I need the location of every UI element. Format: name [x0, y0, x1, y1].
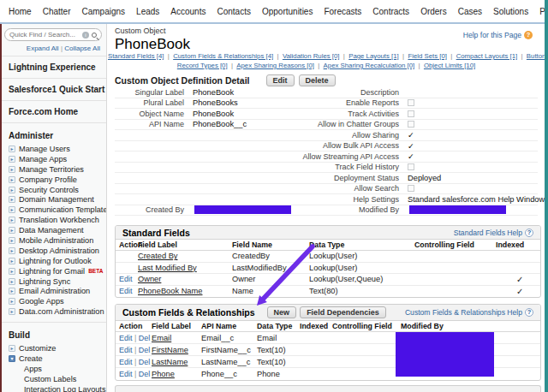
delete-link[interactable]: Del	[133, 346, 151, 354]
nav-tab[interactable]: Home	[9, 7, 32, 16]
sidebar-item[interactable]: Data.com Administration	[0, 306, 106, 317]
expand-toggle-icon[interactable]	[9, 176, 15, 183]
sidebar-item[interactable]: Translation Workbench	[0, 215, 106, 225]
nav-tab[interactable]: Orders	[420, 7, 447, 16]
subnav-link[interactable]: Record Types [0]	[177, 62, 237, 69]
expand-toggle-icon[interactable]	[9, 355, 15, 362]
nav-tab[interactable]: Contracts	[372, 7, 409, 16]
sidebar-item[interactable]: Lightning for Gmail BETA	[0, 266, 106, 276]
help-icon[interactable]	[525, 229, 533, 237]
subnav-link[interactable]: Page Layouts [1]	[348, 52, 408, 60]
sidebar-item[interactable]: Manage Apps	[0, 154, 106, 164]
edit-button[interactable]: Edit	[266, 74, 295, 86]
field-label-link[interactable]: LastName	[152, 358, 188, 366]
sidebar-item[interactable]: Customize	[0, 343, 106, 353]
subnav-link[interactable]: Buttons, Links, and Actions [8]	[527, 52, 545, 60]
help-icon[interactable]	[525, 308, 533, 317]
sidebar-item[interactable]: Manage Users	[0, 144, 106, 154]
expand-toggle-icon[interactable]	[9, 278, 15, 285]
sidebar-item[interactable]: Company Profile	[0, 175, 106, 185]
expand-toggle-icon[interactable]	[9, 308, 15, 315]
nav-tab[interactable]: Chatter	[43, 7, 71, 16]
expand-all-link[interactable]: Expand All	[27, 45, 59, 52]
sidebar-item[interactable]: Email Administration	[0, 286, 106, 296]
sidebar-item[interactable]: Interaction Log Layouts	[0, 384, 106, 392]
expand-toggle-icon[interactable]	[9, 237, 15, 244]
field-dependencies-button[interactable]: Field Dependencies	[300, 306, 386, 318]
expand-toggle-icon[interactable]	[9, 206, 15, 213]
sidebar-quick-link[interactable]: Force.com Home	[0, 101, 106, 123]
sidebar-item[interactable]: Google Apps	[0, 296, 106, 306]
expand-toggle-icon[interactable]	[9, 298, 15, 305]
field-label-link[interactable]: Last Modified By	[138, 264, 197, 272]
expand-toggle-icon[interactable]	[9, 146, 15, 152]
sidebar-item[interactable]: Domain Management	[0, 194, 106, 205]
sidebar-item[interactable]: Manage Territories	[0, 164, 106, 175]
nav-tab[interactable]: Campaigns	[81, 7, 125, 16]
nav-tab[interactable]: Opportunities	[262, 7, 313, 16]
subnav-link[interactable]: Object Limits [10]	[424, 62, 475, 69]
nav-tab[interactable]: Forecasts	[324, 7, 361, 16]
quick-find-input[interactable]	[9, 31, 80, 39]
expand-toggle-icon[interactable]	[9, 217, 15, 223]
sidebar-item[interactable]: Security Controls	[0, 185, 106, 195]
collapse-all-link[interactable]: Collapse All	[64, 45, 100, 52]
subnav-link[interactable]: Validation Rules [0]	[283, 52, 348, 60]
sidebar-item[interactable]: Desktop Administration	[0, 246, 106, 256]
expand-toggle-icon[interactable]	[9, 187, 15, 193]
subnav-link[interactable]: Apex Sharing Reasons [0]	[236, 62, 323, 69]
sidebar-item[interactable]: Custom Labels	[0, 374, 106, 384]
standard-fields-help-link[interactable]: Standard Fields Help	[454, 229, 522, 237]
field-label-link[interactable]: Created By	[138, 252, 178, 260]
nav-tab[interactable]: Accounts	[170, 7, 206, 16]
edit-link[interactable]: Edit	[119, 287, 133, 295]
field-label-link[interactable]: PhoneBook Name	[138, 287, 202, 295]
field-label-link[interactable]: FirstName	[152, 346, 188, 354]
field-label-link[interactable]: Email	[152, 334, 171, 342]
sidebar-item[interactable]: Lightning for Outlook	[0, 256, 106, 266]
sidebar-item[interactable]: Data Management	[0, 225, 106, 235]
custom-fields-help-link[interactable]: Custom Fields & Relationships Help	[405, 308, 522, 317]
expand-toggle-icon[interactable]	[9, 227, 15, 234]
expand-toggle-icon[interactable]	[9, 166, 15, 173]
subnav-link[interactable]: Apex Sharing Recalculation [0]	[324, 62, 424, 69]
delete-button[interactable]: Delete	[299, 74, 336, 86]
edit-link[interactable]: Edit	[119, 346, 133, 354]
new-button[interactable]: New	[267, 306, 297, 318]
subnav-link[interactable]: Field Sets [0]	[408, 52, 456, 60]
sidebar-item[interactable]: Apps	[0, 364, 106, 374]
search-icon[interactable]	[92, 33, 97, 38]
field-value-text: PhoneBooks	[193, 98, 238, 107]
edit-link[interactable]: Edit	[119, 358, 133, 366]
expand-toggle-icon[interactable]	[9, 156, 15, 163]
edit-link[interactable]: Edit	[119, 275, 133, 283]
subnav-link[interactable]: Standard Fields [4]	[108, 52, 173, 60]
subnav-link[interactable]: Compact Layouts [1]	[456, 52, 527, 60]
expand-toggle-icon[interactable]	[9, 196, 15, 203]
delete-link[interactable]: Del	[133, 358, 151, 366]
sidebar-quick-link[interactable]: Salesforce1 Quick Start	[0, 79, 106, 101]
expand-toggle-icon[interactable]	[9, 247, 15, 254]
edit-link[interactable]: Edit	[119, 334, 133, 342]
expand-toggle-icon[interactable]	[9, 345, 15, 352]
sidebar-item[interactable]: Mobile Administration	[0, 235, 106, 246]
edit-link[interactable]: Edit	[119, 370, 133, 378]
delete-link[interactable]: Del	[133, 370, 151, 378]
sidebar-item[interactable]: Create	[0, 353, 106, 364]
help-icon[interactable]	[524, 31, 533, 39]
nav-tab[interactable]: Leads	[136, 7, 159, 16]
expand-toggle-icon[interactable]	[9, 288, 15, 294]
delete-link[interactable]: Del	[133, 334, 151, 342]
sidebar-item[interactable]: Communication Templates	[0, 205, 106, 215]
help-for-this-page-link[interactable]: Help for this Page	[463, 31, 521, 39]
sidebar-item[interactable]: Lightning Sync	[0, 276, 106, 287]
sidebar-quick-link[interactable]: Lightning Experience	[0, 56, 106, 79]
expand-toggle-icon[interactable]	[9, 268, 15, 275]
field-label-link[interactable]: Phone	[152, 370, 175, 378]
expand-toggle-icon[interactable]	[9, 258, 15, 264]
nav-tab[interactable]: Solutions	[493, 7, 528, 16]
nav-tab[interactable]: Cases	[458, 7, 482, 16]
nav-tab[interactable]: Contacts	[217, 7, 250, 16]
field-label-link[interactable]: Owner	[138, 275, 161, 283]
subnav-link[interactable]: Custom Fields & Relationships [4]	[173, 52, 283, 60]
